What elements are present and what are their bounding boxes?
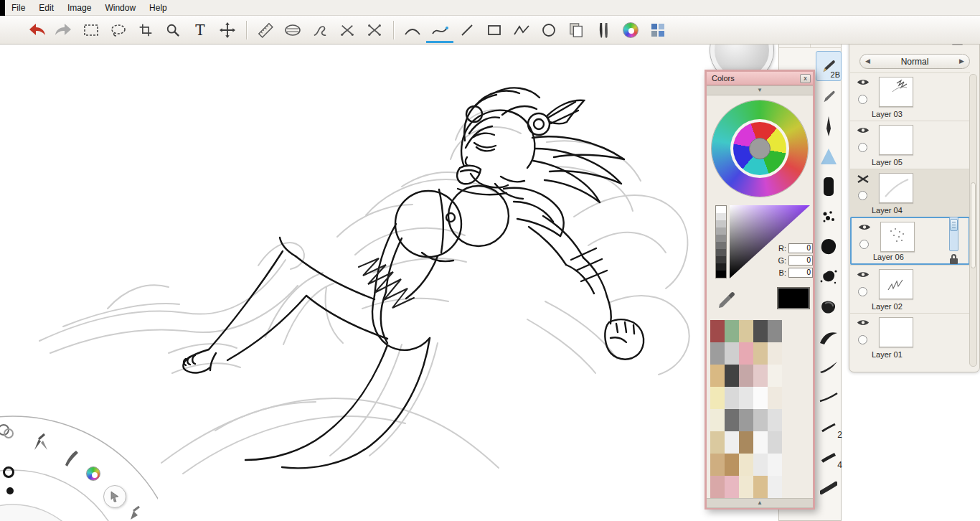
color-puck-icon[interactable] xyxy=(86,466,100,481)
blend-mode-selector[interactable]: ◀ Normal ▶ xyxy=(859,54,970,69)
color-swatch[interactable] xyxy=(782,365,796,387)
brush-library-button[interactable] xyxy=(590,18,617,42)
layer-select-radio[interactable] xyxy=(858,143,867,152)
color-swatch[interactable] xyxy=(768,387,782,409)
color-swatch[interactable] xyxy=(725,365,739,387)
color-swatch[interactable] xyxy=(710,476,725,498)
color-wheel[interactable] xyxy=(712,100,808,197)
blend-next-button[interactable]: ▶ xyxy=(959,58,964,65)
color-swatch[interactable] xyxy=(710,409,725,431)
lasso-select-button[interactable] xyxy=(105,18,132,42)
color-swatch[interactable] xyxy=(768,342,782,365)
brush-spatter-dots[interactable] xyxy=(816,202,842,232)
layer-thumbnail[interactable] xyxy=(879,269,913,299)
color-swatch[interactable] xyxy=(768,320,782,342)
layer-select-radio[interactable] xyxy=(859,240,869,249)
fold-down-bar[interactable]: ▲ xyxy=(707,498,813,508)
layer-row-layer-01[interactable]: Layer 01 xyxy=(850,313,970,361)
visibility-eye-icon[interactable] xyxy=(857,126,870,134)
color-swatch[interactable] xyxy=(796,409,811,431)
crop-button[interactable] xyxy=(132,18,159,42)
layer-thumbnail[interactable] xyxy=(879,173,913,203)
opacity-slider-knob[interactable] xyxy=(950,219,958,231)
color-swatch[interactable] xyxy=(725,431,739,454)
layer-thumbnail[interactable] xyxy=(879,77,913,107)
color-swatch[interactable] xyxy=(796,320,811,342)
color-wheel-hub[interactable] xyxy=(749,138,771,159)
close-icon[interactable]: x xyxy=(800,74,811,83)
color-swatch[interactable] xyxy=(725,387,739,409)
color-swatch[interactable] xyxy=(739,320,753,342)
color-wheel-button[interactable] xyxy=(617,18,644,42)
visibility-eye-icon[interactable] xyxy=(857,78,870,86)
layer-select-radio[interactable] xyxy=(858,335,867,344)
b-input[interactable] xyxy=(788,268,813,278)
color-swatch[interactable] xyxy=(710,454,725,476)
visibility-eye-icon[interactable] xyxy=(857,319,870,327)
color-swatch[interactable] xyxy=(710,342,725,365)
ellipse-tool-button[interactable] xyxy=(535,18,562,42)
brush-taper-stroke[interactable] xyxy=(816,352,842,382)
color-swatch[interactable] xyxy=(782,431,796,454)
color-swatch[interactable] xyxy=(796,476,811,498)
curve-tool-button[interactable] xyxy=(426,17,453,43)
color-swatch[interactable] xyxy=(782,476,796,498)
brush-ink-blob[interactable] xyxy=(816,232,842,262)
color-swatch[interactable] xyxy=(768,431,782,454)
brush-pencil-hard[interactable] xyxy=(816,81,842,111)
color-swatch[interactable] xyxy=(768,476,782,498)
swatch-palette-button[interactable] xyxy=(644,18,672,42)
layer-thumbnail[interactable] xyxy=(879,125,913,155)
color-swatch[interactable] xyxy=(782,320,796,342)
brush-pencil-puck-icon[interactable] xyxy=(30,432,52,454)
layer-lock-icon[interactable] xyxy=(949,254,958,265)
brush-size-2[interactable]: 2 xyxy=(816,413,842,443)
layers-scrollbar-thumb[interactable] xyxy=(971,182,976,268)
color-swatch[interactable] xyxy=(739,365,753,387)
menu-image[interactable]: Image xyxy=(61,0,98,16)
current-color-swatch[interactable] xyxy=(777,287,810,309)
layer-row-layer-04[interactable]: Layer 04 xyxy=(850,169,970,217)
color-swatch[interactable] xyxy=(710,387,725,409)
color-swatch[interactable] xyxy=(768,454,782,476)
color-swatch[interactable] xyxy=(739,431,753,454)
color-swatch[interactable] xyxy=(782,409,796,431)
brush-splatter[interactable] xyxy=(816,262,842,292)
layer-row-layer-06[interactable]: Layer 06 xyxy=(850,217,970,265)
undo-button[interactable] xyxy=(23,18,50,42)
redo-button[interactable] xyxy=(50,18,77,42)
color-swatch[interactable] xyxy=(768,409,782,431)
color-swatch[interactable] xyxy=(753,409,768,431)
layer-select-radio[interactable] xyxy=(858,287,867,296)
color-swatch[interactable] xyxy=(768,365,782,387)
menu-window[interactable]: Window xyxy=(98,0,143,16)
menu-edit[interactable]: Edit xyxy=(32,0,61,16)
color-swatch[interactable] xyxy=(796,387,811,409)
paste-button[interactable] xyxy=(562,18,590,42)
brush-smear[interactable] xyxy=(816,322,842,352)
color-swatch[interactable] xyxy=(753,387,768,409)
color-swatch[interactable] xyxy=(753,431,768,454)
visibility-eye-icon[interactable] xyxy=(858,223,871,231)
brush-marker[interactable] xyxy=(816,172,842,202)
layer-row-layer-02[interactable]: Layer 02 xyxy=(850,265,970,313)
ruler-button[interactable] xyxy=(252,18,279,42)
color-swatch[interactable] xyxy=(739,342,753,365)
brush-extra[interactable] xyxy=(816,473,842,503)
layer-row-layer-03[interactable]: Layer 03 xyxy=(850,72,970,121)
color-swatch[interactable] xyxy=(739,409,753,431)
color-swatch[interactable] xyxy=(710,320,725,342)
pen-puck-icon[interactable] xyxy=(128,505,145,521)
transform-puck-icon[interactable] xyxy=(0,422,15,441)
ellipse-guide-button[interactable] xyxy=(279,18,306,42)
symmetry-y-button[interactable] xyxy=(361,18,388,42)
brush-pencil-2b[interactable]: 2B xyxy=(816,51,842,81)
arc-tool-button[interactable] xyxy=(399,18,426,42)
color-swatch[interactable] xyxy=(725,454,739,476)
color-swatch[interactable] xyxy=(710,365,725,387)
color-swatch[interactable] xyxy=(796,365,811,387)
color-swatch[interactable] xyxy=(739,476,753,498)
dot-puck-icon[interactable] xyxy=(4,485,16,497)
text-tool-button[interactable]: T xyxy=(187,18,214,42)
g-input[interactable] xyxy=(788,255,813,266)
